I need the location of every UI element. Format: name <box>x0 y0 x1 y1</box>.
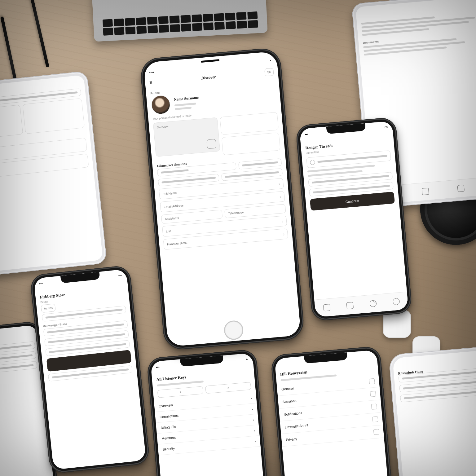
user-icon <box>206 139 217 149</box>
user-icon[interactable] <box>392 298 400 305</box>
checkbox[interactable] <box>370 391 376 397</box>
phone-bottom-mid: •••⌁ All Listener Keys 1 2 Overview› Con… <box>147 349 273 476</box>
avatar[interactable] <box>151 95 171 115</box>
checkbox[interactable] <box>369 378 375 385</box>
search-icon <box>310 160 315 165</box>
tab[interactable]: 1 <box>157 386 204 398</box>
card-label: Overview <box>157 121 214 129</box>
phone-left-mid: •••— Fiskberg Store Biluge Actros Hellwe… <box>29 265 150 474</box>
badge: 56 <box>264 68 274 76</box>
page-title: All Listener Keys <box>156 369 250 382</box>
battery-icon: ▭ <box>384 125 388 129</box>
signal-icon: •••• <box>149 70 154 74</box>
chip[interactable]: Actros <box>41 304 56 313</box>
tab[interactable]: 2 <box>205 382 251 394</box>
block-icon[interactable] <box>369 300 377 307</box>
desk-scene: Basements Programmes Assotters Documents <box>0 0 476 476</box>
tab-bar <box>314 292 408 317</box>
phone-center: •••• ⌃ ≡ Discover 56 Profile Name Surnam… <box>139 47 305 351</box>
phone-right: •••▭ Danger Threads Lommittee Continue <box>295 117 412 321</box>
phone-bottom-right: Hill Honeycrisp General Sessions Notific… <box>271 346 397 476</box>
card-overview[interactable]: Overview <box>153 117 220 157</box>
checkbox[interactable] <box>371 403 377 410</box>
card[interactable] <box>222 132 280 155</box>
page-title: Hill Honeycrisp <box>280 364 373 377</box>
menu-icon[interactable]: ≡ <box>149 80 153 86</box>
grid-icon[interactable] <box>346 302 354 309</box>
checkbox[interactable] <box>372 416 378 422</box>
home-icon[interactable] <box>323 304 330 311</box>
checkbox[interactable] <box>373 429 380 435</box>
card[interactable] <box>220 112 279 135</box>
wifi-icon: ⌃ <box>269 60 272 64</box>
